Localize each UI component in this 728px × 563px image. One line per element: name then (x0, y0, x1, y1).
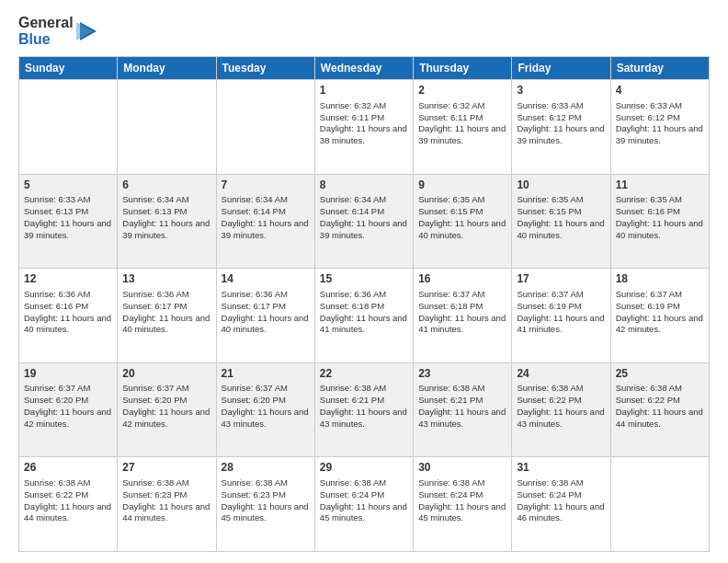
cell-w4-d2: 20Sunrise: 6:37 AM Sunset: 6:20 PM Dayli… (118, 362, 216, 457)
logo-blue: Blue (18, 31, 74, 48)
week-row-4: 19Sunrise: 6:37 AM Sunset: 6:20 PM Dayli… (19, 362, 710, 457)
day-info-19: Sunrise: 6:37 AM Sunset: 6:20 PM Dayligh… (24, 383, 112, 430)
cell-w2-d5: 9Sunrise: 6:35 AM Sunset: 6:15 PM Daylig… (414, 174, 512, 269)
day-info-6: Sunrise: 6:34 AM Sunset: 6:13 PM Dayligh… (122, 194, 210, 241)
day-number-31: 31 (517, 461, 605, 476)
day-info-2: Sunrise: 6:32 AM Sunset: 6:11 PM Dayligh… (418, 100, 506, 147)
week-row-1: 1Sunrise: 6:32 AM Sunset: 6:11 PM Daylig… (19, 80, 710, 175)
cell-w4-d7: 25Sunrise: 6:38 AM Sunset: 6:22 PM Dayli… (610, 362, 709, 457)
day-number-7: 7 (222, 178, 310, 193)
day-info-1: Sunrise: 6:32 AM Sunset: 6:11 PM Dayligh… (320, 100, 408, 147)
page: General Blue SundayMondayTuesdayWednesda… (0, 0, 728, 563)
day-info-25: Sunrise: 6:38 AM Sunset: 6:22 PM Dayligh… (616, 383, 704, 430)
header-friday: Friday (512, 57, 610, 80)
cell-w3-d1: 12Sunrise: 6:36 AM Sunset: 6:16 PM Dayli… (19, 269, 118, 363)
cell-w2-d7: 11Sunrise: 6:35 AM Sunset: 6:16 PM Dayli… (610, 174, 709, 269)
day-info-5: Sunrise: 6:33 AM Sunset: 6:13 PM Dayligh… (24, 194, 112, 241)
cell-w1-d3 (216, 80, 314, 175)
cell-w3-d5: 16Sunrise: 6:37 AM Sunset: 6:18 PM Dayli… (414, 269, 512, 363)
header: General Blue (18, 15, 710, 47)
cell-w3-d7: 18Sunrise: 6:37 AM Sunset: 6:19 PM Dayli… (610, 269, 709, 363)
cell-w5-d1: 26Sunrise: 6:38 AM Sunset: 6:22 PM Dayli… (19, 457, 118, 552)
cell-w5-d4: 29Sunrise: 6:38 AM Sunset: 6:24 PM Dayli… (314, 457, 413, 552)
day-info-20: Sunrise: 6:37 AM Sunset: 6:20 PM Dayligh… (122, 383, 210, 430)
cell-w4-d1: 19Sunrise: 6:37 AM Sunset: 6:20 PM Dayli… (19, 362, 118, 457)
cell-w4-d6: 24Sunrise: 6:38 AM Sunset: 6:22 PM Dayli… (512, 362, 610, 457)
cell-w3-d4: 15Sunrise: 6:36 AM Sunset: 6:18 PM Dayli… (314, 269, 413, 363)
day-number-28: 28 (222, 461, 310, 476)
day-number-16: 16 (418, 272, 506, 287)
cell-w5-d5: 30Sunrise: 6:38 AM Sunset: 6:24 PM Dayli… (414, 457, 512, 552)
day-info-27: Sunrise: 6:38 AM Sunset: 6:23 PM Dayligh… (122, 477, 210, 524)
day-info-10: Sunrise: 6:35 AM Sunset: 6:15 PM Dayligh… (517, 194, 605, 241)
cell-w5-d2: 27Sunrise: 6:38 AM Sunset: 6:23 PM Dayli… (118, 457, 216, 552)
cell-w3-d6: 17Sunrise: 6:37 AM Sunset: 6:19 PM Dayli… (512, 269, 610, 363)
day-info-11: Sunrise: 6:35 AM Sunset: 6:16 PM Dayligh… (616, 194, 704, 241)
day-number-18: 18 (616, 272, 704, 287)
day-number-22: 22 (320, 367, 408, 382)
day-info-3: Sunrise: 6:33 AM Sunset: 6:12 PM Dayligh… (517, 100, 605, 147)
day-number-13: 13 (122, 272, 210, 287)
day-number-5: 5 (24, 178, 112, 193)
cell-w2-d1: 5Sunrise: 6:33 AM Sunset: 6:13 PM Daylig… (19, 174, 118, 269)
day-info-18: Sunrise: 6:37 AM Sunset: 6:19 PM Dayligh… (616, 289, 704, 336)
logo-triangle-icon (76, 18, 97, 44)
day-info-21: Sunrise: 6:37 AM Sunset: 6:20 PM Dayligh… (222, 383, 310, 430)
day-info-22: Sunrise: 6:38 AM Sunset: 6:21 PM Dayligh… (320, 383, 408, 430)
day-info-9: Sunrise: 6:35 AM Sunset: 6:15 PM Dayligh… (418, 194, 506, 241)
day-number-10: 10 (517, 178, 605, 193)
cell-w5-d3: 28Sunrise: 6:38 AM Sunset: 6:23 PM Dayli… (216, 457, 314, 552)
day-info-31: Sunrise: 6:38 AM Sunset: 6:24 PM Dayligh… (517, 477, 605, 524)
cell-w4-d4: 22Sunrise: 6:38 AM Sunset: 6:21 PM Dayli… (314, 362, 413, 457)
day-info-28: Sunrise: 6:38 AM Sunset: 6:23 PM Dayligh… (222, 477, 310, 524)
cell-w1-d5: 2Sunrise: 6:32 AM Sunset: 6:11 PM Daylig… (414, 80, 512, 175)
cell-w3-d3: 14Sunrise: 6:36 AM Sunset: 6:17 PM Dayli… (216, 269, 314, 363)
cell-w1-d7: 4Sunrise: 6:33 AM Sunset: 6:12 PM Daylig… (610, 80, 709, 175)
cell-w4-d3: 21Sunrise: 6:37 AM Sunset: 6:20 PM Dayli… (216, 362, 314, 457)
day-info-15: Sunrise: 6:36 AM Sunset: 6:18 PM Dayligh… (320, 289, 408, 336)
week-row-5: 26Sunrise: 6:38 AM Sunset: 6:22 PM Dayli… (19, 457, 710, 552)
day-number-9: 9 (418, 178, 506, 193)
day-info-4: Sunrise: 6:33 AM Sunset: 6:12 PM Dayligh… (616, 100, 704, 147)
day-info-23: Sunrise: 6:38 AM Sunset: 6:21 PM Dayligh… (418, 383, 506, 430)
day-number-4: 4 (616, 84, 704, 98)
day-number-14: 14 (222, 272, 310, 287)
cell-w2-d6: 10Sunrise: 6:35 AM Sunset: 6:15 PM Dayli… (512, 174, 610, 269)
day-number-8: 8 (320, 178, 408, 193)
day-number-24: 24 (517, 367, 605, 382)
logo: General Blue (18, 15, 97, 47)
day-info-24: Sunrise: 6:38 AM Sunset: 6:22 PM Dayligh… (517, 383, 605, 430)
cell-w2-d2: 6Sunrise: 6:34 AM Sunset: 6:13 PM Daylig… (118, 174, 216, 269)
day-number-1: 1 (320, 84, 408, 98)
header-wednesday: Wednesday (314, 57, 413, 80)
day-number-11: 11 (616, 178, 704, 193)
day-info-17: Sunrise: 6:37 AM Sunset: 6:19 PM Dayligh… (517, 289, 605, 336)
cell-w1-d6: 3Sunrise: 6:33 AM Sunset: 6:12 PM Daylig… (512, 80, 610, 175)
day-number-21: 21 (222, 367, 310, 382)
day-info-8: Sunrise: 6:34 AM Sunset: 6:14 PM Dayligh… (320, 194, 408, 241)
day-number-15: 15 (320, 272, 408, 287)
cell-w1-d4: 1Sunrise: 6:32 AM Sunset: 6:11 PM Daylig… (314, 80, 413, 175)
day-info-13: Sunrise: 6:36 AM Sunset: 6:17 PM Dayligh… (122, 289, 210, 336)
day-number-26: 26 (24, 461, 112, 476)
header-monday: Monday (118, 57, 216, 80)
day-number-6: 6 (122, 178, 210, 193)
day-number-12: 12 (24, 272, 112, 287)
day-number-25: 25 (616, 367, 704, 382)
day-number-19: 19 (24, 367, 112, 382)
day-number-27: 27 (122, 461, 210, 476)
cell-w2-d4: 8Sunrise: 6:34 AM Sunset: 6:14 PM Daylig… (314, 174, 413, 269)
day-info-30: Sunrise: 6:38 AM Sunset: 6:24 PM Dayligh… (418, 477, 506, 524)
header-thursday: Thursday (414, 57, 512, 80)
cell-w5-d7 (610, 457, 709, 552)
day-info-7: Sunrise: 6:34 AM Sunset: 6:14 PM Dayligh… (222, 194, 310, 241)
day-info-12: Sunrise: 6:36 AM Sunset: 6:16 PM Dayligh… (24, 289, 112, 336)
cell-w5-d6: 31Sunrise: 6:38 AM Sunset: 6:24 PM Dayli… (512, 457, 610, 552)
day-number-20: 20 (122, 367, 210, 382)
header-sunday: Sunday (19, 57, 118, 80)
calendar-header-row: SundayMondayTuesdayWednesdayThursdayFrid… (19, 57, 710, 80)
cell-w4-d5: 23Sunrise: 6:38 AM Sunset: 6:21 PM Dayli… (414, 362, 512, 457)
week-row-2: 5Sunrise: 6:33 AM Sunset: 6:13 PM Daylig… (19, 174, 710, 269)
logo-text: General Blue (18, 15, 97, 47)
cell-w3-d2: 13Sunrise: 6:36 AM Sunset: 6:17 PM Dayli… (118, 269, 216, 363)
